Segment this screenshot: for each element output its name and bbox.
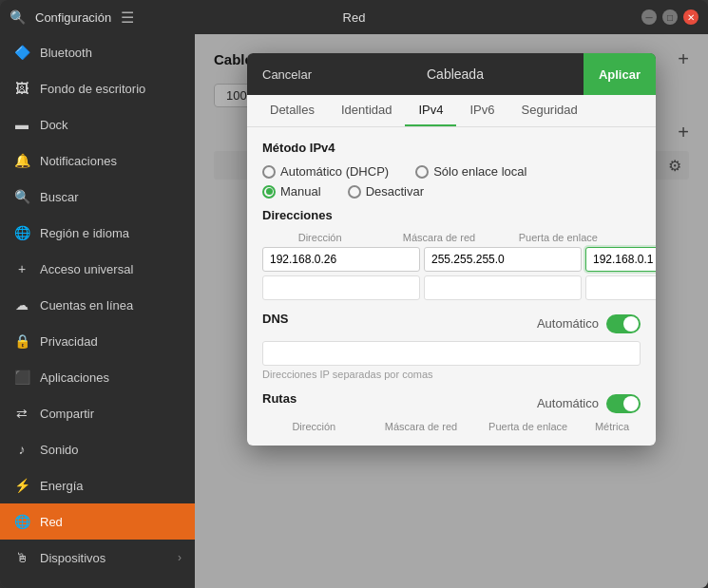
region-icon: 🌐 — [13, 224, 30, 241]
radio-local-btn[interactable] — [415, 165, 429, 179]
tab-detalles[interactable]: Detalles — [257, 95, 328, 126]
addresses-section: Direcciones Dirección Máscara de red Pue… — [262, 208, 641, 300]
close-button[interactable]: ✕ — [683, 9, 698, 25]
radio-manual[interactable]: Manual — [262, 184, 321, 199]
bluetooth-icon: 🔷 — [13, 44, 30, 61]
radio-manual-btn[interactable] — [262, 185, 276, 199]
sidebar: 🔷 Bluetooth 🖼 Fondo de escritorio ▬ Dock… — [0, 34, 195, 588]
sidebar-item-notificaciones[interactable]: 🔔 Notificaciones — [0, 142, 195, 179]
devices-icon: 🖱 — [13, 549, 30, 566]
routes-col-mask: Máscara de red — [370, 421, 473, 432]
addr-mask-input[interactable] — [424, 247, 582, 272]
routes-col-dir: Dirección — [262, 421, 366, 432]
titlebar: 🔍 Configuración ☰ Red ─ □ ✕ — [0, 0, 708, 34]
radio-manual-label: Manual — [280, 184, 321, 199]
addr-dir-empty[interactable] — [262, 275, 420, 300]
routes-toggle[interactable] — [606, 394, 641, 413]
titlebar-left: 🔍 Configuración ☰ — [10, 9, 134, 27]
sidebar-label-privacidad: Privacidad — [40, 334, 98, 349]
modal-tabs: Detalles Identidad IPv4 IPv6 Seguridad — [247, 95, 656, 127]
tab-ipv4[interactable]: IPv4 — [405, 95, 456, 126]
maximize-button[interactable]: □ — [662, 9, 678, 25]
apply-button[interactable]: Aplicar — [584, 53, 656, 95]
sidebar-item-privacidad[interactable]: 🔒 Privacidad — [0, 323, 195, 359]
sidebar-label-region: Región e idioma — [40, 226, 129, 240]
sidebar-item-dispositivos[interactable]: 🖱 Dispositivos › — [0, 540, 195, 576]
routes-section: Rutas Automático Dirección Máscara de re… — [262, 391, 641, 432]
addr-gw-input[interactable] — [585, 247, 656, 272]
window-title: Red — [343, 10, 366, 25]
method-row-1: Automático (DHCP) Sólo enlace local — [262, 164, 641, 179]
modal-title: Cableada — [327, 66, 584, 82]
radio-desactivar-label: Desactivar — [366, 184, 424, 199]
menu-icon[interactable]: ☰ — [121, 9, 134, 27]
radio-dhcp-btn[interactable] — [262, 165, 276, 179]
app-title: Configuración — [35, 10, 111, 25]
sidebar-label-cuentas: Cuentas en línea — [40, 298, 133, 313]
sidebar-label-dock: Dock — [40, 118, 68, 132]
sidebar-item-energia[interactable]: ⚡ Energía — [0, 467, 195, 503]
sidebar-label-buscar: Buscar — [40, 190, 78, 204]
sidebar-item-buscar[interactable]: 🔍 Buscar — [0, 179, 195, 215]
minimize-button[interactable]: ─ — [641, 9, 657, 25]
modal-dialog: Cancelar Cableada Aplicar Detalles Ident… — [247, 53, 656, 446]
privacy-icon: 🔒 — [13, 332, 30, 350]
routes-header: Rutas Automático — [262, 391, 641, 415]
tab-seguridad[interactable]: Seguridad — [508, 95, 591, 126]
chevron-right-icon: › — [178, 551, 182, 564]
sidebar-label-fondo: Fondo de escritorio — [40, 82, 145, 96]
sidebar-item-fondo[interactable]: 🖼 Fondo de escritorio — [0, 70, 195, 106]
network-icon: 🌐 — [13, 513, 30, 530]
routes-auto-label: Automático — [537, 396, 599, 410]
sound-icon: ♪ — [13, 441, 30, 458]
routes-col-gw: Puerta de enlace — [476, 421, 580, 432]
sidebar-item-bluetooth[interactable]: 🔷 Bluetooth — [0, 34, 195, 70]
sidebar-label-notificaciones: Notificaciones — [40, 154, 117, 168]
notifications-icon: 🔔 — [13, 152, 30, 169]
dns-auto-label: Automático — [537, 316, 599, 331]
search-icon[interactable]: 🔍 — [10, 9, 26, 25]
sidebar-item-dock[interactable]: ▬ Dock — [0, 106, 195, 142]
sidebar-label-red: Red — [40, 515, 63, 529]
wallpaper-icon: 🖼 — [13, 80, 30, 97]
radio-desactivar[interactable]: Desactivar — [348, 184, 424, 199]
window: 🔍 Configuración ☰ Red ─ □ ✕ 🔷 Bluetooth … — [0, 0, 708, 588]
method-section-title: Método IPv4 — [262, 141, 641, 155]
sidebar-label-dispositivos: Dispositivos — [40, 551, 105, 565]
radio-dhcp[interactable]: Automático (DHCP) — [262, 164, 389, 179]
addr-mask-empty[interactable] — [424, 275, 582, 300]
sidebar-item-sonido[interactable]: ♪ Sonido — [0, 431, 195, 467]
tab-ipv6[interactable]: IPv6 — [456, 95, 507, 126]
sidebar-item-region[interactable]: 🌐 Región e idioma — [0, 215, 195, 251]
routes-cols-header: Dirección Máscara de red Puerta de enlac… — [262, 421, 641, 432]
dns-section: DNS Automático Direcciones IP separadas … — [262, 312, 641, 380]
sidebar-label-aplicaciones: Aplicaciones — [40, 370, 109, 385]
addr-gw-empty[interactable] — [585, 275, 656, 300]
sidebar-item-acceso[interactable]: + Acceso universal — [0, 251, 195, 287]
modal-header: Cancelar Cableada Aplicar — [247, 53, 656, 95]
dns-title: DNS — [262, 312, 288, 326]
radio-local-label: Sólo enlace local — [433, 164, 526, 179]
cancel-button[interactable]: Cancelar — [247, 53, 327, 95]
sidebar-item-detalles[interactable]: ℹ Detalles › — [0, 576, 195, 588]
sidebar-item-red[interactable]: 🌐 Red — [0, 503, 195, 540]
addr-col-mask: Máscara de red — [381, 232, 496, 243]
sidebar-label-sonido: Sonido — [40, 443, 78, 457]
accounts-icon: ☁ — [13, 296, 30, 313]
sidebar-item-cuentas[interactable]: ☁ Cuentas en línea — [0, 287, 195, 323]
radio-local[interactable]: Sólo enlace local — [415, 164, 526, 179]
addr-dir-input[interactable] — [262, 247, 420, 272]
sidebar-label-energia: Energía — [40, 479, 84, 493]
sidebar-item-aplicaciones[interactable]: ⬛ Aplicaciones — [0, 359, 195, 395]
sidebar-item-compartir[interactable]: ⇄ Compartir — [0, 395, 195, 431]
radio-dhcp-label: Automático (DHCP) — [280, 164, 389, 179]
tab-identidad[interactable]: Identidad — [328, 95, 406, 126]
accessibility-icon: + — [13, 260, 30, 277]
dns-toggle[interactable] — [606, 314, 641, 333]
dns-input[interactable] — [262, 341, 641, 366]
window-controls: ─ □ ✕ — [641, 9, 698, 25]
sidebar-label-acceso: Acceso universal — [40, 262, 133, 276]
main-content: 🔷 Bluetooth 🖼 Fondo de escritorio ▬ Dock… — [0, 34, 708, 588]
radio-desactivar-btn[interactable] — [348, 185, 361, 199]
routes-toggle-row: Automático — [537, 394, 641, 413]
